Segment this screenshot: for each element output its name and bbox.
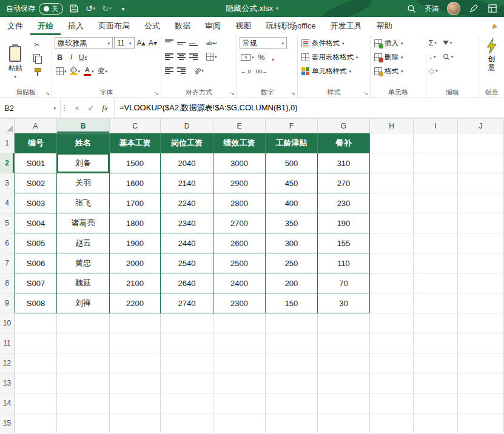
cell-D7[interactable]: 2540 (161, 253, 213, 273)
tab-玩转职场office[interactable]: 玩转职场office (258, 17, 323, 35)
cell-J2[interactable] (458, 153, 504, 173)
cell-H1[interactable] (370, 133, 414, 153)
cell-A2[interactable]: S001 (15, 153, 57, 173)
cell-G10[interactable] (318, 313, 370, 333)
cell-C8[interactable]: 2100 (110, 273, 161, 293)
fill-button[interactable]: ↓ ▾ (429, 51, 438, 62)
cell-D15[interactable] (161, 413, 213, 433)
row-header-13[interactable]: 13 (0, 373, 15, 393)
cell-J3[interactable] (458, 173, 504, 193)
cell-B3[interactable]: 关羽 (57, 173, 110, 193)
tab-文件[interactable]: 文件 (0, 17, 30, 35)
column-header-I[interactable]: I (414, 119, 458, 133)
cell-C10[interactable] (110, 313, 161, 333)
cell-E3[interactable]: 2900 (213, 173, 266, 193)
column-header-J[interactable]: J (458, 119, 504, 133)
cell-A10[interactable] (15, 313, 57, 333)
cell-B11[interactable] (57, 333, 110, 353)
tab-视图[interactable]: 视图 (228, 17, 258, 35)
dialog-launcher-icon[interactable]: ↘ (154, 91, 159, 96)
dialog-launcher-icon[interactable]: ↘ (230, 91, 235, 96)
column-header-E[interactable]: E (213, 119, 266, 133)
merge-center-button[interactable]: ▾ (205, 51, 218, 62)
cell-H6[interactable] (370, 233, 414, 253)
tab-插入[interactable]: 插入 (61, 17, 91, 35)
cell-H7[interactable] (370, 253, 414, 273)
column-header-G[interactable]: G (318, 119, 370, 133)
cell-J9[interactable] (458, 293, 504, 313)
cell-J4[interactable] (458, 193, 504, 213)
ribbon-corner-button[interactable] (491, 22, 499, 32)
dialog-launcher-icon[interactable]: ↘ (45, 91, 50, 96)
conditional-formatting-button[interactable]: 条件格式 ▾ (300, 37, 368, 50)
accounting-format-button[interactable]: ¥▾ (240, 52, 255, 63)
wrap-text-button[interactable]: ab↩ (205, 37, 218, 48)
insert-cells-button[interactable]: 插入 ▾ (373, 37, 423, 50)
cell-E8[interactable]: 2400 (213, 273, 266, 293)
cell-D11[interactable] (161, 333, 213, 353)
decrease-decimal-button[interactable]: .00→ (254, 65, 269, 77)
row-header-6[interactable]: 6 (0, 233, 15, 253)
column-header-B[interactable]: B (57, 119, 110, 133)
redo-button[interactable]: ↻ ▾ (101, 2, 112, 15)
cell-G6[interactable]: 155 (318, 233, 370, 253)
copy-button[interactable] (30, 53, 44, 64)
cell-H2[interactable] (370, 153, 414, 173)
cell-H9[interactable] (370, 293, 414, 313)
cancel-button[interactable]: × (70, 101, 84, 115)
tab-审阅[interactable]: 审阅 (198, 17, 228, 35)
cell-H8[interactable] (370, 273, 414, 293)
cell-A12[interactable] (15, 353, 57, 373)
cell-G8[interactable]: 70 (318, 273, 370, 293)
cell-E13[interactable] (213, 373, 266, 393)
cell-D14[interactable] (161, 393, 213, 413)
clear-button[interactable]: ◇ ▾ (429, 65, 438, 76)
tab-开始[interactable]: 开始 (30, 17, 61, 35)
shrink-font-button[interactable]: A▾ (147, 38, 158, 49)
row-header-14[interactable]: 14 (0, 393, 15, 413)
italic-button[interactable]: I (66, 52, 76, 63)
align-bottom-button[interactable] (188, 37, 199, 48)
cell-F2[interactable]: 500 (266, 153, 318, 173)
cell-I12[interactable] (414, 353, 458, 373)
percent-style-button[interactable]: % (257, 52, 267, 63)
undo-button[interactable]: ↺ ▾ (85, 2, 96, 15)
tab-帮助[interactable]: 帮助 (369, 17, 400, 35)
cell-G7[interactable]: 110 (318, 253, 370, 273)
cell-A4[interactable]: S003 (15, 193, 57, 213)
underline-button[interactable]: U▾ (78, 52, 88, 63)
cell-H4[interactable] (370, 193, 414, 213)
cell-C2[interactable]: 1500 (110, 153, 161, 173)
cell-H5[interactable] (370, 213, 414, 233)
cell-A11[interactable] (15, 333, 57, 353)
tab-页面布局[interactable]: 页面布局 (91, 17, 137, 35)
cell-B5[interactable]: 诸葛亮 (57, 213, 110, 233)
cell-I8[interactable] (414, 273, 458, 293)
cell-D12[interactable] (161, 353, 213, 373)
cell-E6[interactable]: 2600 (213, 233, 266, 253)
cell-C12[interactable] (110, 353, 161, 373)
cell-C4[interactable]: 1700 (110, 193, 161, 213)
row-header-2[interactable]: 2 (0, 153, 15, 173)
cell-C1[interactable]: 基本工资 (110, 133, 161, 153)
tab-公式[interactable]: 公式 (137, 17, 167, 35)
cell-G11[interactable] (318, 333, 370, 353)
align-center-button[interactable] (176, 51, 187, 62)
cell-D13[interactable] (161, 373, 213, 393)
cell-G2[interactable]: 310 (318, 153, 370, 173)
cell-D2[interactable]: 2040 (161, 153, 213, 173)
search-button[interactable] (406, 2, 417, 15)
cell-I13[interactable] (414, 373, 458, 393)
cell-B15[interactable] (57, 413, 110, 433)
cell-J14[interactable] (458, 393, 504, 413)
cell-J10[interactable] (458, 313, 504, 333)
cell-I9[interactable] (414, 293, 458, 313)
row-header-9[interactable]: 9 (0, 293, 15, 313)
cell-F5[interactable]: 350 (266, 213, 318, 233)
cell-G13[interactable] (318, 373, 370, 393)
cell-A13[interactable] (15, 373, 57, 393)
cell-styles-button[interactable]: 单元格样式 ▾ (300, 65, 368, 78)
cell-J7[interactable] (458, 253, 504, 273)
row-header-8[interactable]: 8 (0, 273, 15, 293)
cell-B1[interactable]: 姓名 (57, 133, 110, 153)
